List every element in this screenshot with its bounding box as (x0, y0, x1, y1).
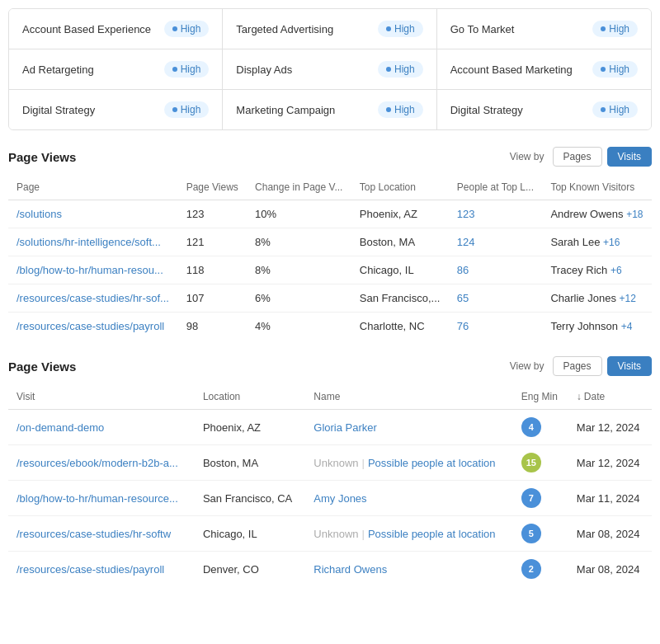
visits-row-visit-4[interactable]: /resources/case-studies/payroll (8, 552, 195, 587)
pages-row-views-3: 107 (178, 284, 247, 313)
tab-visits-visits[interactable]: Visits (607, 356, 652, 376)
pages-table: PagePage ViewsChange in Page V...Top Loc… (8, 175, 652, 340)
grid-cell-3: Ad Retargeting High (9, 49, 223, 90)
visits-row-name-2: Amy Jones (305, 481, 513, 516)
visits-row-name-link-4[interactable]: Richard Owens (314, 563, 387, 576)
pages-row-change-3: 6% (247, 284, 351, 313)
pages-row-people-1: 124 (449, 228, 543, 256)
grid-cell-label-8: Digital Strategy (450, 104, 523, 116)
visits-row-location-1: Boston, MA (195, 445, 305, 481)
badge-high-1: High (378, 21, 423, 37)
visits-row-visit-1[interactable]: /resources/ebook/modern-b2b-a... (8, 445, 195, 481)
visits-row-visit-3[interactable]: /resources/case-studies/hr-softw (8, 516, 195, 552)
pages-row-page-1[interactable]: /solutions/hr-intelligence/soft... (8, 228, 178, 256)
pages-col-2: Change in Page V... (247, 175, 351, 200)
grid-cell-2: Go To Market High (437, 9, 651, 49)
visits-row-name-link-2[interactable]: Amy Jones (314, 492, 366, 505)
pages-col-4: People at Top L... (449, 175, 543, 200)
visits-row-date-3: Mar 08, 2024 (568, 516, 652, 552)
pages-row-page-0[interactable]: /solutions (8, 200, 178, 228)
grid-cell-0: Account Based Experience High (9, 9, 223, 49)
page-views-pages-section: Page Views View by Pages Visits PagePage… (8, 147, 652, 340)
visits-row-name-1: Unknown|Possible people at location (305, 445, 513, 481)
visits-col-1: Location (195, 384, 305, 410)
pages-row-location-2: Chicago, IL (351, 256, 449, 284)
pages-row-visitor-3: Charlie Jones +12 (542, 284, 652, 313)
grid-cell-label-0: Account Based Experience (22, 23, 151, 35)
visits-col-2: Name (305, 384, 513, 410)
grid-cell-4: Display Ads High (223, 49, 436, 90)
pages-row-change-4: 4% (247, 313, 351, 341)
grid-cell-label-7: Marketing Campaign (236, 104, 335, 116)
view-by-label-visits: View by (510, 360, 544, 372)
visits-row-eng-4: 2 (513, 552, 568, 587)
badge-high-7: High (378, 101, 423, 118)
badge-dot-6 (172, 107, 177, 112)
grid-cell-label-6: Digital Strategy (22, 104, 95, 116)
visits-row-name-4: Richard Owens (305, 552, 513, 587)
pages-row-views-2: 118 (178, 256, 247, 284)
pages-row-visitor-0: Andrew Owens +18 (542, 200, 652, 228)
grid-cell-label-5: Account Based Marketing (450, 63, 573, 76)
visits-row-name-link-0[interactable]: Gloria Parker (314, 421, 377, 434)
visits-row-possible-3[interactable]: Possible people at location (368, 528, 496, 540)
visits-row-2: /blog/how-to-hr/human-resource... San Fr… (8, 481, 652, 516)
section-title-pages: Page Views (8, 150, 76, 164)
badge-dot-2 (601, 26, 606, 31)
visits-row-date-1: Mar 12, 2024 (568, 445, 652, 481)
badge-high-6: High (164, 101, 210, 118)
pages-row-visitor-4: Terry Johnson +4 (542, 313, 652, 341)
top-grid: Account Based Experience High Targeted A… (8, 8, 652, 130)
visits-row-possible-1[interactable]: Possible people at location (368, 457, 496, 469)
visits-table: VisitLocationNameEng Min↓ Date /on-deman… (8, 384, 652, 586)
tab-visits-pages[interactable]: Pages (553, 356, 602, 376)
grid-cell-label-3: Ad Retargeting (22, 63, 94, 76)
pages-row-page-4[interactable]: /resources/case-studies/payroll (8, 313, 178, 341)
visits-row-location-4: Denver, CO (195, 552, 305, 587)
badge-high-4: High (378, 61, 423, 78)
pages-row-1: /solutions/hr-intelligence/soft... 121 8… (8, 228, 652, 256)
visits-row-eng-0: 4 (513, 410, 568, 445)
visits-row-name-0: Gloria Parker (305, 410, 513, 445)
pages-row-change-0: 10% (247, 200, 351, 228)
visits-col-4: ↓ Date (568, 384, 652, 410)
grid-cell-label-4: Display Ads (236, 63, 292, 76)
visits-row-location-3: Chicago, IL (195, 516, 305, 552)
pages-col-0: Page (8, 175, 178, 200)
visits-row-date-2: Mar 11, 2024 (568, 481, 652, 516)
grid-cell-label-1: Targeted Advertising (236, 23, 333, 35)
view-by-label-pages: View by (510, 151, 544, 162)
badge-high-5: High (592, 61, 638, 78)
grid-cell-6: Digital Strategy High (9, 90, 223, 129)
pages-row-location-0: Phoenix, AZ (351, 200, 449, 228)
pages-row-people-2: 86 (449, 256, 543, 284)
visits-row-location-0: Phoenix, AZ (195, 410, 305, 445)
visits-row-date-4: Mar 08, 2024 (568, 552, 652, 587)
visits-row-eng-2: 7 (513, 481, 568, 516)
sort-down-icon: ↓ (577, 391, 582, 402)
visits-col-0: Visit (8, 384, 195, 410)
visits-row-date-0: Mar 12, 2024 (568, 410, 652, 445)
visits-row-0: /on-demand-demo Phoenix, AZ Gloria Parke… (8, 410, 652, 445)
visits-row-unknown-3: Unknown (314, 528, 358, 540)
pages-row-location-3: San Francisco,... (351, 284, 449, 313)
pages-row-page-2[interactable]: /blog/how-to-hr/human-resou... (8, 256, 178, 284)
tab-pages-pages[interactable]: Pages (553, 147, 602, 167)
badge-dot-5 (601, 67, 606, 72)
pages-row-people-4: 76 (449, 313, 543, 341)
visits-row-visit-2[interactable]: /blog/how-to-hr/human-resource... (8, 481, 195, 516)
pages-row-page-3[interactable]: /resources/case-studies/hr-sof... (8, 284, 178, 313)
visits-row-unknown-1: Unknown (314, 457, 358, 469)
grid-cell-label-2: Go To Market (450, 23, 515, 35)
pages-row-3: /resources/case-studies/hr-sof... 107 6%… (8, 284, 652, 313)
visits-col-3: Eng Min (513, 384, 568, 410)
page-views-visits-section: Page Views View by Pages Visits VisitLoc… (8, 356, 652, 586)
pages-row-change-1: 8% (247, 228, 351, 256)
pages-row-visitor-1: Sarah Lee +16 (542, 228, 652, 256)
tab-pages-visits[interactable]: Visits (607, 147, 652, 167)
visits-row-visit-0[interactable]: /on-demand-demo (8, 410, 195, 445)
badge-dot-3 (172, 67, 177, 72)
visits-row-3: /resources/case-studies/hr-softw Chicago… (8, 516, 652, 552)
badge-dot-1 (386, 26, 391, 31)
pages-row-people-3: 65 (449, 284, 543, 313)
